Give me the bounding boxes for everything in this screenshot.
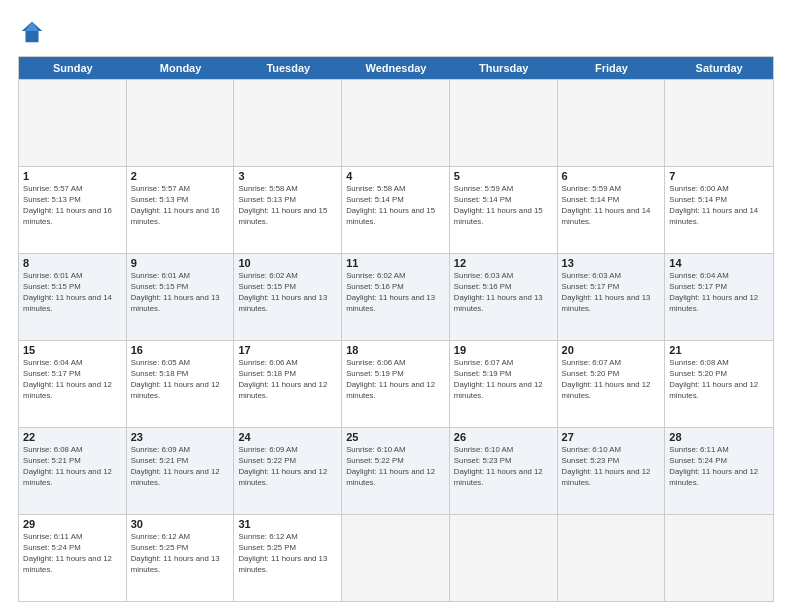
- day-number: 15: [23, 344, 122, 356]
- calendar-cell-w5-d6: [665, 515, 773, 601]
- header-monday: Monday: [127, 57, 235, 79]
- calendar-cell-w4-d5: 27Sunrise: 6:10 AMSunset: 5:23 PMDayligh…: [558, 428, 666, 514]
- calendar-cell-w2-d4: 12Sunrise: 6:03 AMSunset: 5:16 PMDayligh…: [450, 254, 558, 340]
- calendar-cell-w2-d0: 8Sunrise: 6:01 AMSunset: 5:15 PMDaylight…: [19, 254, 127, 340]
- day-number: 1: [23, 170, 122, 182]
- day-detail: Sunrise: 6:06 AMSunset: 5:18 PMDaylight:…: [238, 358, 337, 402]
- day-number: 3: [238, 170, 337, 182]
- calendar-cell-w0-d3: [342, 80, 450, 166]
- day-number: 27: [562, 431, 661, 443]
- calendar-cell-w1-d0: 1Sunrise: 5:57 AMSunset: 5:13 PMDaylight…: [19, 167, 127, 253]
- day-number: 6: [562, 170, 661, 182]
- day-number: 5: [454, 170, 553, 182]
- day-detail: Sunrise: 6:03 AMSunset: 5:16 PMDaylight:…: [454, 271, 553, 315]
- day-number: 7: [669, 170, 769, 182]
- calendar: Sunday Monday Tuesday Wednesday Thursday…: [18, 56, 774, 602]
- calendar-cell-w2-d2: 10Sunrise: 6:02 AMSunset: 5:15 PMDayligh…: [234, 254, 342, 340]
- day-number: 11: [346, 257, 445, 269]
- day-number: 26: [454, 431, 553, 443]
- day-number: 29: [23, 518, 122, 530]
- calendar-body: 1Sunrise: 5:57 AMSunset: 5:13 PMDaylight…: [19, 79, 773, 601]
- calendar-cell-w0-d5: [558, 80, 666, 166]
- day-detail: Sunrise: 6:07 AMSunset: 5:20 PMDaylight:…: [562, 358, 661, 402]
- day-detail: Sunrise: 6:02 AMSunset: 5:15 PMDaylight:…: [238, 271, 337, 315]
- calendar-cell-w5-d4: [450, 515, 558, 601]
- day-number: 25: [346, 431, 445, 443]
- calendar-cell-w3-d1: 16Sunrise: 6:05 AMSunset: 5:18 PMDayligh…: [127, 341, 235, 427]
- day-detail: Sunrise: 6:11 AMSunset: 5:24 PMDaylight:…: [23, 532, 122, 576]
- calendar-cell-w2-d5: 13Sunrise: 6:03 AMSunset: 5:17 PMDayligh…: [558, 254, 666, 340]
- day-detail: Sunrise: 6:11 AMSunset: 5:24 PMDaylight:…: [669, 445, 769, 489]
- calendar-cell-w2-d6: 14Sunrise: 6:04 AMSunset: 5:17 PMDayligh…: [665, 254, 773, 340]
- day-detail: Sunrise: 6:06 AMSunset: 5:19 PMDaylight:…: [346, 358, 445, 402]
- day-detail: Sunrise: 5:58 AMSunset: 5:13 PMDaylight:…: [238, 184, 337, 228]
- day-detail: Sunrise: 6:10 AMSunset: 5:23 PMDaylight:…: [562, 445, 661, 489]
- calendar-cell-w2-d1: 9Sunrise: 6:01 AMSunset: 5:15 PMDaylight…: [127, 254, 235, 340]
- day-number: 28: [669, 431, 769, 443]
- calendar-cell-w3-d3: 18Sunrise: 6:06 AMSunset: 5:19 PMDayligh…: [342, 341, 450, 427]
- day-number: 30: [131, 518, 230, 530]
- calendar-cell-w0-d2: [234, 80, 342, 166]
- calendar-cell-w4-d0: 22Sunrise: 6:08 AMSunset: 5:21 PMDayligh…: [19, 428, 127, 514]
- day-number: 20: [562, 344, 661, 356]
- day-detail: Sunrise: 6:08 AMSunset: 5:20 PMDaylight:…: [669, 358, 769, 402]
- day-detail: Sunrise: 6:04 AMSunset: 5:17 PMDaylight:…: [669, 271, 769, 315]
- day-number: 8: [23, 257, 122, 269]
- day-detail: Sunrise: 6:12 AMSunset: 5:25 PMDaylight:…: [238, 532, 337, 576]
- calendar-week-4: 22Sunrise: 6:08 AMSunset: 5:21 PMDayligh…: [19, 427, 773, 514]
- day-number: 13: [562, 257, 661, 269]
- calendar-week-3: 15Sunrise: 6:04 AMSunset: 5:17 PMDayligh…: [19, 340, 773, 427]
- calendar-cell-w2-d3: 11Sunrise: 6:02 AMSunset: 5:16 PMDayligh…: [342, 254, 450, 340]
- day-detail: Sunrise: 5:59 AMSunset: 5:14 PMDaylight:…: [454, 184, 553, 228]
- calendar-cell-w3-d2: 17Sunrise: 6:06 AMSunset: 5:18 PMDayligh…: [234, 341, 342, 427]
- header-thursday: Thursday: [450, 57, 558, 79]
- day-number: 17: [238, 344, 337, 356]
- day-number: 2: [131, 170, 230, 182]
- calendar-cell-w4-d3: 25Sunrise: 6:10 AMSunset: 5:22 PMDayligh…: [342, 428, 450, 514]
- day-detail: Sunrise: 5:57 AMSunset: 5:13 PMDaylight:…: [23, 184, 122, 228]
- day-detail: Sunrise: 6:07 AMSunset: 5:19 PMDaylight:…: [454, 358, 553, 402]
- day-number: 31: [238, 518, 337, 530]
- calendar-cell-w3-d0: 15Sunrise: 6:04 AMSunset: 5:17 PMDayligh…: [19, 341, 127, 427]
- day-detail: Sunrise: 5:58 AMSunset: 5:14 PMDaylight:…: [346, 184, 445, 228]
- day-number: 16: [131, 344, 230, 356]
- day-number: 10: [238, 257, 337, 269]
- day-detail: Sunrise: 6:00 AMSunset: 5:14 PMDaylight:…: [669, 184, 769, 228]
- day-detail: Sunrise: 6:01 AMSunset: 5:15 PMDaylight:…: [131, 271, 230, 315]
- header: [18, 18, 774, 46]
- day-number: 9: [131, 257, 230, 269]
- calendar-week-2: 8Sunrise: 6:01 AMSunset: 5:15 PMDaylight…: [19, 253, 773, 340]
- day-number: 21: [669, 344, 769, 356]
- calendar-cell-w1-d2: 3Sunrise: 5:58 AMSunset: 5:13 PMDaylight…: [234, 167, 342, 253]
- calendar-cell-w5-d2: 31Sunrise: 6:12 AMSunset: 5:25 PMDayligh…: [234, 515, 342, 601]
- day-detail: Sunrise: 6:01 AMSunset: 5:15 PMDaylight:…: [23, 271, 122, 315]
- header-tuesday: Tuesday: [234, 57, 342, 79]
- day-number: 22: [23, 431, 122, 443]
- calendar-cell-w5-d3: [342, 515, 450, 601]
- header-sunday: Sunday: [19, 57, 127, 79]
- day-number: 24: [238, 431, 337, 443]
- logo: [18, 18, 50, 46]
- day-detail: Sunrise: 6:09 AMSunset: 5:21 PMDaylight:…: [131, 445, 230, 489]
- calendar-header: Sunday Monday Tuesday Wednesday Thursday…: [19, 57, 773, 79]
- calendar-cell-w3-d6: 21Sunrise: 6:08 AMSunset: 5:20 PMDayligh…: [665, 341, 773, 427]
- calendar-cell-w1-d6: 7Sunrise: 6:00 AMSunset: 5:14 PMDaylight…: [665, 167, 773, 253]
- day-detail: Sunrise: 6:03 AMSunset: 5:17 PMDaylight:…: [562, 271, 661, 315]
- calendar-cell-w0-d6: [665, 80, 773, 166]
- calendar-week-5: 29Sunrise: 6:11 AMSunset: 5:24 PMDayligh…: [19, 514, 773, 601]
- calendar-cell-w3-d5: 20Sunrise: 6:07 AMSunset: 5:20 PMDayligh…: [558, 341, 666, 427]
- day-number: 14: [669, 257, 769, 269]
- calendar-cell-w4-d2: 24Sunrise: 6:09 AMSunset: 5:22 PMDayligh…: [234, 428, 342, 514]
- header-wednesday: Wednesday: [342, 57, 450, 79]
- day-number: 19: [454, 344, 553, 356]
- calendar-cell-w0-d1: [127, 80, 235, 166]
- calendar-cell-w5-d0: 29Sunrise: 6:11 AMSunset: 5:24 PMDayligh…: [19, 515, 127, 601]
- header-saturday: Saturday: [665, 57, 773, 79]
- calendar-cell-w1-d1: 2Sunrise: 5:57 AMSunset: 5:13 PMDaylight…: [127, 167, 235, 253]
- day-number: 18: [346, 344, 445, 356]
- day-detail: Sunrise: 6:10 AMSunset: 5:23 PMDaylight:…: [454, 445, 553, 489]
- day-number: 12: [454, 257, 553, 269]
- day-detail: Sunrise: 6:08 AMSunset: 5:21 PMDaylight:…: [23, 445, 122, 489]
- header-friday: Friday: [558, 57, 666, 79]
- day-number: 23: [131, 431, 230, 443]
